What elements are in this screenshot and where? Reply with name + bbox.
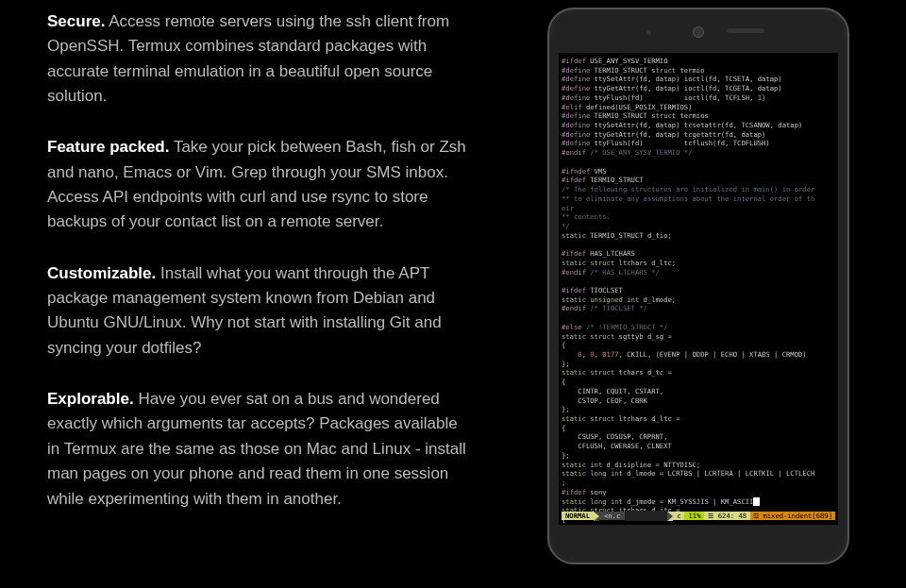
feature-body: Access remote servers using the ssh clie…: [47, 12, 449, 105]
phone-sensor: [646, 30, 651, 35]
feature-title: Customizable.: [47, 264, 156, 282]
status-position: ☰ 624: 48: [704, 512, 750, 521]
feature-title: Explorable.: [47, 390, 134, 408]
feature-explorable: Explorable. Have you ever sat on a bus a…: [47, 387, 472, 512]
status-mode: NORMAL: [562, 512, 594, 521]
feature-title: Feature packed.: [47, 138, 169, 156]
phone-frame: #ifdef USE_ANY_SYSV_TERMIO #define TERMI…: [547, 8, 849, 564]
status-gap: [625, 511, 667, 521]
feature-packed: Feature packed. Take your pick between B…: [47, 135, 472, 234]
terminal-code: #ifdef USE_ANY_SYSV_TERMIO #define TERMI…: [562, 57, 835, 525]
feature-title: Secure.: [47, 12, 105, 30]
status-warning: ☲ mixed-indent[689]: [750, 512, 835, 521]
phone-speaker: [727, 28, 764, 33]
status-filetype: c: [673, 512, 684, 521]
terminal-screen: #ifdef USE_ANY_SYSV_TERMIO #define TERMI…: [559, 53, 838, 525]
feature-secure: Secure. Access remote servers using the …: [47, 9, 472, 109]
status-filename: <n.c: [599, 512, 625, 521]
phone-preview: #ifdef USE_ANY_SYSV_TERMIO #define TERMI…: [491, 0, 906, 588]
feature-customizable: Customizable. Install what you want thro…: [47, 261, 472, 361]
status-percent: 11%: [684, 512, 704, 521]
vim-statusbar: NORMAL <n.c c 11% ☰ 624: 48 ☲ mixed-inde…: [562, 511, 835, 521]
feature-list: Secure. Access remote servers using the …: [0, 0, 491, 588]
